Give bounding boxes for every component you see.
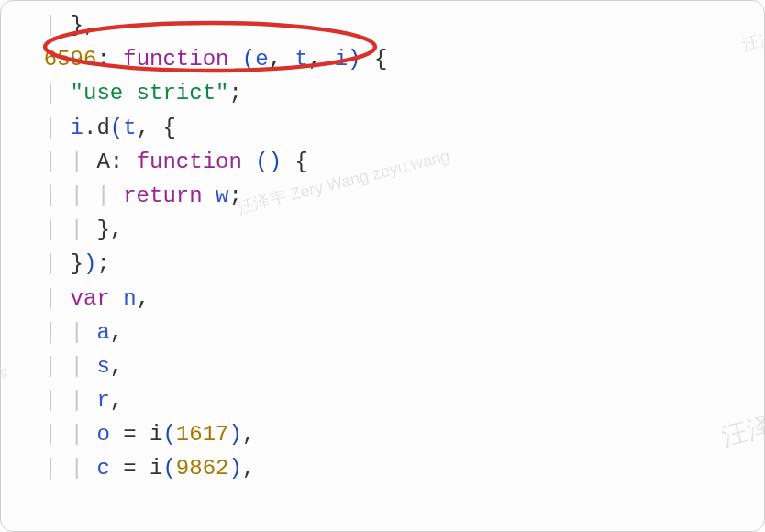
- token-ident: s: [96, 349, 109, 383]
- token-comma: ,: [242, 417, 255, 451]
- code-line: | var n,: [17, 282, 748, 316]
- token-colon: :: [110, 145, 123, 179]
- code-line: | | },: [17, 213, 748, 247]
- token-paren: (: [242, 42, 255, 76]
- token-comma: ,: [137, 282, 150, 316]
- token-ident: o: [96, 417, 109, 451]
- token-brace: {: [162, 111, 175, 145]
- token-keyword: function: [137, 145, 242, 179]
- token-call: i: [150, 417, 162, 451]
- token-paren: ): [348, 42, 360, 76]
- code-line-highlighted: 6596: function (e, t, i) {: [17, 42, 748, 76]
- token-call: i: [150, 451, 162, 485]
- token-paren: ): [83, 247, 96, 281]
- code-line: | i.d(t, {: [17, 111, 748, 145]
- token-ident: n: [123, 282, 136, 316]
- code-line: | },: [17, 8, 748, 42]
- token-comma: ,: [110, 383, 123, 417]
- token-ident: w: [216, 179, 228, 213]
- token-brace: {: [374, 42, 387, 76]
- token-keyword: function: [123, 42, 228, 76]
- token-ident: r: [96, 383, 109, 417]
- token-paren: (: [255, 145, 268, 179]
- code-line: | | r,: [17, 383, 748, 417]
- code-line: | "use strict";: [17, 76, 748, 110]
- token-ident: a: [96, 316, 109, 349]
- token-comma: ,: [83, 8, 96, 42]
- token-brace: {: [294, 145, 307, 179]
- token-brace: }: [71, 8, 83, 42]
- token-paren: ): [269, 145, 282, 179]
- token-comma: ,: [242, 451, 255, 485]
- code-line: | | o = i(1617),: [17, 417, 748, 451]
- token-paren: ): [228, 451, 241, 485]
- code-line: | });: [17, 247, 748, 281]
- token-ident: i: [71, 111, 83, 145]
- token-colon: :: [96, 42, 109, 76]
- token-prop: A: [96, 145, 109, 179]
- token-comma: ,: [308, 42, 321, 76]
- token-comma: ,: [110, 213, 123, 247]
- token-brace: }: [96, 213, 109, 247]
- code-line: | | | return w;: [17, 179, 748, 213]
- token-number: 6596: [44, 42, 97, 76]
- token-number: 1617: [176, 417, 229, 451]
- token-semi: ;: [228, 76, 241, 110]
- token-string: "use strict": [71, 76, 229, 110]
- token-comma: ,: [110, 349, 123, 383]
- token-equals: =: [123, 451, 136, 485]
- token-paren: (: [110, 111, 123, 145]
- token-keyword: return: [123, 179, 202, 213]
- token-method: d: [96, 111, 109, 145]
- token-equals: =: [123, 417, 136, 451]
- code-block: | }, 6596: function (e, t, i) { | "use s…: [1, 1, 764, 493]
- token-ident: i: [335, 42, 348, 76]
- code-line: | | c = i(9862),: [17, 451, 748, 485]
- code-line: | | s,: [17, 349, 748, 383]
- token-comma: ,: [137, 111, 150, 145]
- token-ident: t: [294, 42, 307, 76]
- token-comma: ,: [269, 42, 282, 76]
- token-keyword: var: [71, 282, 110, 316]
- token-semi: ;: [96, 247, 109, 281]
- code-line: | | A: function () {: [17, 145, 748, 179]
- token-number: 9862: [176, 451, 229, 485]
- token-comma: ,: [110, 316, 123, 349]
- token-paren: (: [162, 417, 175, 451]
- token-brace: }: [71, 247, 83, 281]
- code-line: | | a,: [17, 316, 748, 349]
- token-ident: e: [255, 42, 268, 76]
- token-ident: c: [96, 451, 109, 485]
- token-dot: .: [83, 111, 96, 145]
- token-paren: (: [162, 451, 175, 485]
- token-semi: ;: [228, 179, 241, 213]
- token-paren: ): [228, 417, 241, 451]
- token-ident: t: [123, 111, 136, 145]
